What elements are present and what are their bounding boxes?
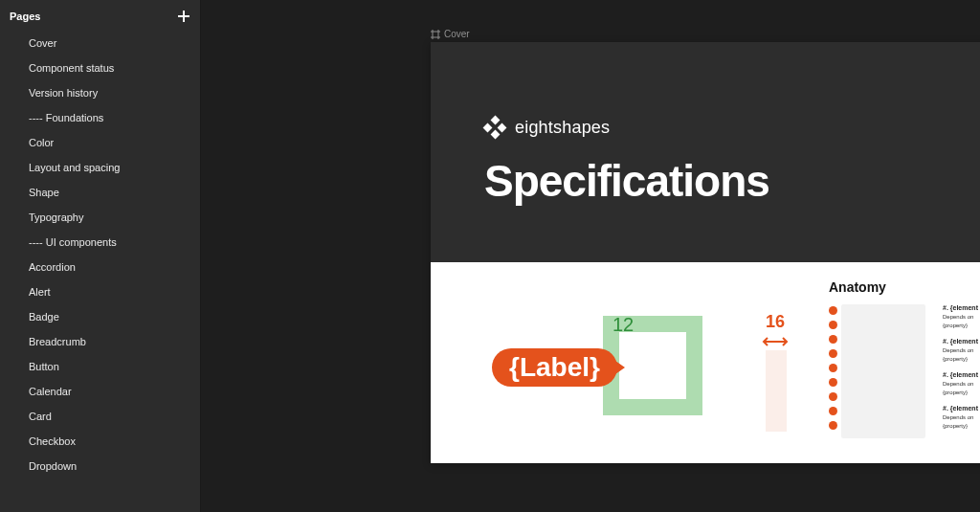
anatomy-element-name: #. {element name}	[943, 371, 980, 378]
page-item[interactable]: ---- Foundations	[0, 105, 200, 130]
anatomy-markers	[829, 304, 837, 438]
property-key: {property}	[943, 355, 968, 364]
anatomy-section: Anatomy	[823, 279, 980, 463]
marker-dot	[829, 349, 837, 358]
anatomy-properties: #. {element name}Depends on{value}{prope…	[943, 304, 980, 438]
spacing-column	[766, 350, 787, 432]
page-item[interactable]: Calendar	[0, 379, 200, 404]
anatomy-title: Anatomy	[829, 279, 980, 295]
spacing-arrow-example: 16	[708, 279, 823, 463]
property-key: {property}	[943, 422, 968, 431]
page-item[interactable]: Color	[0, 130, 200, 155]
spacing-value-12: 12	[612, 314, 634, 336]
label-chip: {Label}	[492, 348, 617, 387]
page-item[interactable]: Alert	[0, 279, 200, 304]
frame-label[interactable]: Cover	[431, 29, 470, 39]
anatomy-visual	[829, 304, 925, 438]
anatomy-placeholder	[841, 304, 925, 438]
marker-dot	[829, 378, 837, 387]
frame-label-text: Cover	[444, 29, 470, 39]
anatomy-property-row: Depends on{value}	[943, 413, 980, 422]
page-item[interactable]: Typography	[0, 205, 200, 230]
property-key: Depends on	[943, 346, 973, 355]
anatomy-property-row: {property}{value}	[943, 422, 980, 431]
marker-dot	[829, 421, 837, 430]
page-item[interactable]: Checkbox	[0, 429, 200, 454]
page-item[interactable]: Cover	[0, 31, 200, 56]
anatomy-property-row: Depends on{value}	[943, 346, 980, 355]
anatomy-property-row: {property}{value}	[943, 389, 980, 397]
canvas[interactable]: Cover eightshapes Specifications 12 {Lab…	[201, 0, 980, 512]
page-item[interactable]: Badge	[0, 304, 200, 329]
anatomy-element-name: #. {element name}	[943, 405, 980, 412]
add-page-icon[interactable]	[177, 10, 190, 23]
anatomy-property-row: Depends on{value}	[943, 380, 980, 389]
page-item[interactable]: Layout and spacing	[0, 155, 200, 180]
page-item[interactable]: Button	[0, 354, 200, 379]
marker-dot	[829, 364, 837, 372]
marker-dot	[829, 407, 837, 415]
property-key: {property}	[943, 322, 968, 330]
anatomy-element-block: #. {element name}Depends on{value}{prope…	[943, 371, 980, 397]
brand-row: eightshapes	[484, 117, 980, 138]
cover-frame[interactable]: eightshapes Specifications 12 {Label} 16…	[431, 42, 980, 463]
anatomy-element-block: #. {element name}Depends on{value}{prope…	[943, 405, 980, 431]
eightshapes-logo-icon	[484, 117, 505, 138]
hero: eightshapes Specifications	[431, 42, 980, 262]
brand-name: eightshapes	[515, 118, 610, 138]
anatomy-property-row: {property}{value}	[943, 322, 980, 330]
spacing-value-16: 16	[766, 312, 785, 332]
frame-icon	[431, 30, 440, 39]
hero-title: Specifications	[484, 155, 980, 207]
marker-dot	[829, 321, 837, 329]
page-item[interactable]: Card	[0, 404, 200, 429]
page-item[interactable]: Breadcrumb	[0, 329, 200, 354]
sidebar-header: Pages	[0, 0, 200, 31]
property-key: Depends on	[943, 313, 973, 322]
spacing-example: 12 {Label}	[431, 279, 708, 463]
anatomy-body: #. {element name}Depends on{value}{prope…	[829, 304, 980, 438]
anatomy-element-name: #. {element name}	[943, 338, 980, 345]
anatomy-element-block: #. {element name}Depends on{value}{prope…	[943, 304, 980, 330]
page-item[interactable]: Shape	[0, 180, 200, 205]
marker-dot	[829, 392, 837, 401]
page-item[interactable]: Accordion	[0, 255, 200, 279]
sidebar-title: Pages	[10, 11, 40, 22]
page-item[interactable]: Component status	[0, 56, 200, 80]
property-key: {property}	[943, 389, 968, 397]
pages-list[interactable]: CoverComponent statusVersion history----…	[0, 31, 200, 512]
anatomy-element-name: #. {element name}	[943, 304, 980, 311]
anatomy-property-row: Depends on{value}	[943, 313, 980, 322]
page-item[interactable]: Version history	[0, 80, 200, 105]
page-item[interactable]: Dropdown	[0, 454, 200, 479]
marker-dot	[829, 306, 837, 315]
property-key: Depends on	[943, 413, 973, 422]
content-band: 12 {Label} 16 Anatomy	[431, 262, 980, 463]
page-item[interactable]: ---- UI components	[0, 230, 200, 255]
anatomy-property-row: {property}{value}	[943, 355, 980, 364]
pages-sidebar: Pages CoverComponent statusVersion histo…	[0, 0, 201, 512]
marker-dot	[829, 335, 837, 344]
anatomy-element-block: #. {element name}Depends on{value}{prope…	[943, 338, 980, 364]
property-key: Depends on	[943, 380, 973, 389]
